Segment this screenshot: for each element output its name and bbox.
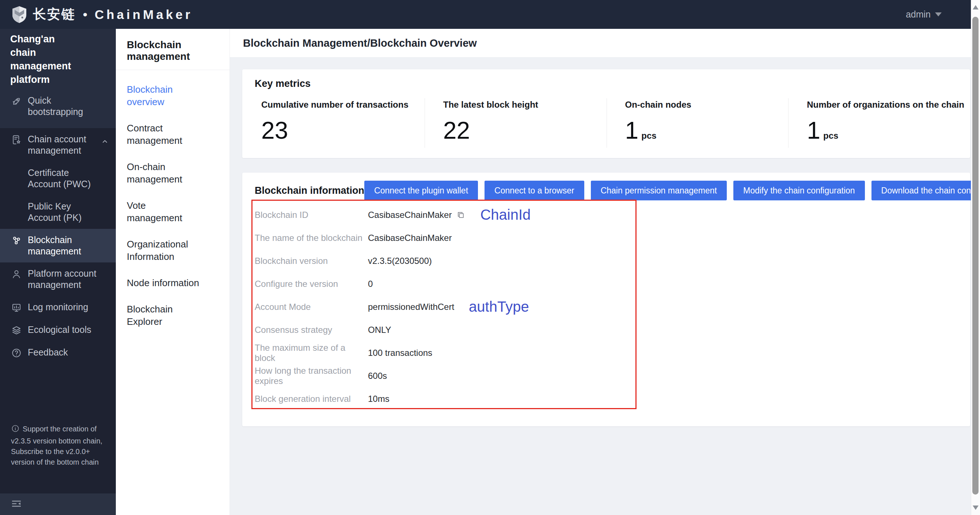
metric-cumulative-transactions: Cumulative number of transactions 23 — [242, 98, 425, 148]
authtype-annotation: authType — [469, 299, 529, 315]
subnav-item-on-chain-management[interactable]: On-chain management — [127, 161, 204, 185]
sidebar-item-chain-account-management[interactable]: Chain account management — [0, 128, 116, 162]
subnav-item-node-information[interactable]: Node information — [127, 277, 204, 289]
info-row-value: 0 — [368, 279, 373, 289]
info-row-label: The maximum size of a block — [255, 343, 368, 363]
info-row-value: permissionedWithCert — [368, 302, 454, 312]
sidebar-item-label: Log monitoring — [28, 301, 88, 313]
info-row-value: CasibaseChainMaker — [368, 233, 452, 243]
logo-text-cn: 长安链 — [33, 5, 76, 23]
metric-latest-block-height: The latest block height 22 — [425, 98, 606, 148]
primary-sidebar: Chang'an chain management platform Quick… — [0, 29, 116, 515]
blockchain-information-title: Blockchain information — [255, 185, 364, 196]
subnav-item-blockchain-explorer[interactable]: Blockchain Explorer — [127, 303, 204, 328]
chainmaker-shield-icon — [11, 5, 28, 24]
brand-logo: 长安链 • ChainMaker — [11, 5, 192, 24]
sidebar-top-section: Chang'an chain management platform Quick… — [0, 29, 116, 128]
sidebar-footnote-text: Support the creation of v2.3.5 version b… — [11, 425, 102, 466]
sidebar-item-label: Ecological tools — [28, 324, 91, 336]
sidebar-item-platform-account-management[interactable]: Platform account management — [0, 262, 116, 296]
sidebar-item-certificate-account-pwc[interactable]: Certificate Account (PWC) — [0, 162, 116, 195]
info-row-blockchain-version: Blockchain version v2.3.5(2030500) — [255, 249, 952, 272]
chevron-up-icon — [101, 136, 108, 148]
metric-organizations-on-chain: Number of organizations on the chain 1pc… — [788, 98, 970, 148]
info-row-value: CasibaseChainMaker — [368, 210, 452, 220]
info-icon — [11, 424, 20, 436]
connect-plugin-wallet-button[interactable]: Connect the plugin wallet — [364, 181, 478, 200]
sidebar-item-label: Quick bootstrapping — [28, 95, 97, 117]
info-row-value: v2.3.5(2030500) — [368, 256, 432, 266]
info-row-label: Block generation interval — [255, 394, 368, 404]
sidebar-item-blockchain-management[interactable]: Blockchain management — [0, 229, 116, 262]
key-metrics-title: Key metrics — [255, 78, 970, 89]
chain-permission-management-button[interactable]: Chain permission management — [591, 181, 727, 200]
logo-text-en: ChainMaker — [95, 7, 192, 22]
sidebar-footnote: Support the creation of v2.3.5 version b… — [11, 424, 107, 467]
metric-label: On-chain nodes — [625, 100, 785, 110]
info-row-transaction-expiry: How long the transaction expires 600s — [255, 364, 952, 387]
menu-fold-icon[interactable] — [11, 498, 22, 510]
sidebar-item-ecological-tools[interactable]: Ecological tools — [0, 319, 116, 341]
top-bar: 长安链 • ChainMaker admin — [0, 0, 980, 29]
subnav-title: Blockchain management — [116, 29, 229, 70]
rocket-icon — [11, 96, 22, 106]
person-icon — [11, 269, 22, 280]
blockchain-info-rows: Blockchain ID CasibaseChainMaker ChainId — [255, 203, 952, 410]
info-row-account-mode: Account Mode permissionedWithCert authTy… — [255, 295, 952, 318]
main-content: Blockchain Management/Blockchain Overvie… — [230, 29, 980, 515]
sidebar-item-public-key-account-pk[interactable]: Public Key Account (PK) — [0, 195, 116, 229]
sidebar-item-label: Blockchain management — [28, 235, 97, 257]
subnav-item-contract-management[interactable]: Contract management — [127, 122, 204, 147]
info-row-label: Blockchain ID — [255, 210, 368, 220]
connect-to-browser-button[interactable]: Connect to a browser — [485, 181, 584, 200]
metric-unit: pcs — [641, 131, 656, 141]
scrollbar-down-arrow[interactable] — [973, 505, 978, 510]
blockchain-information-header: Blockchain information Connect the plugi… — [255, 181, 952, 200]
secondary-sidebar: Blockchain management Blockchain overvie… — [116, 29, 230, 515]
sidebar-item-label: Public Key Account (PK) — [28, 201, 97, 223]
sidebar-item-feedback[interactable]: Feedback — [0, 341, 116, 364]
subnav-item-vote-management[interactable]: Vote management — [127, 199, 204, 224]
scrollbar-up-arrow[interactable] — [973, 5, 978, 10]
copy-icon[interactable] — [456, 210, 466, 220]
subnav-item-blockchain-overview[interactable]: Blockchain overview — [127, 83, 204, 108]
subnav-item-organizational-information[interactable]: Organizational Information — [127, 238, 204, 263]
metric-value: 1pcs — [807, 116, 966, 144]
action-buttons: Connect the plugin wallet Connect to a b… — [364, 181, 980, 200]
subnav-list: Blockchain overview Contract management … — [116, 70, 229, 328]
question-circle-icon — [11, 347, 22, 358]
logo-separator: • — [83, 7, 88, 22]
sidebar-item-label: Chain account management — [28, 133, 95, 156]
content-area: Key metrics Cumulative number of transac… — [230, 58, 980, 515]
metric-unit: pcs — [823, 131, 838, 141]
info-row-label: Blockchain version — [255, 256, 368, 266]
sidebar-item-quick-bootstrapping[interactable]: Quick bootstrapping — [0, 89, 116, 123]
info-row-value: 100 transactions — [368, 348, 432, 358]
info-row-blockchain-name: The name of the blockchain CasibaseChain… — [255, 226, 952, 249]
info-row-value: 10ms — [368, 394, 390, 404]
download-chain-configuration-button[interactable]: Download the chain configuration — [872, 181, 980, 200]
info-row-label: Configure the version — [255, 279, 368, 289]
page-scrollbar[interactable] — [971, 0, 980, 515]
user-name: admin — [906, 9, 931, 20]
chainid-annotation: ChainId — [480, 207, 531, 223]
metric-value: 22 — [443, 116, 603, 144]
metric-value: 1pcs — [625, 116, 785, 144]
metric-label: Number of organizations on the chain — [807, 100, 966, 110]
blockchain-information-card: Blockchain information Connect the plugi… — [242, 173, 970, 426]
info-row-max-block-size: The maximum size of a block 100 transact… — [255, 341, 952, 364]
scrollbar-thumb[interactable] — [972, 17, 978, 494]
info-row-blockchain-id: Blockchain ID CasibaseChainMaker ChainId — [255, 203, 952, 226]
info-row-block-interval: Block generation interval 10ms — [255, 387, 952, 410]
user-menu[interactable]: admin — [906, 0, 942, 29]
layers-icon — [11, 325, 22, 336]
blockchain-nodes-icon — [11, 235, 22, 246]
info-row-label: How long the transaction expires — [255, 366, 368, 386]
sidebar-item-label: Feedback — [28, 347, 68, 358]
metric-label: Cumulative number of transactions — [261, 100, 421, 110]
modify-chain-configuration-button[interactable]: Modify the chain configuration — [733, 181, 865, 200]
sidebar-item-label: Platform account management — [28, 268, 97, 290]
info-row-value: ONLY — [368, 325, 391, 335]
sidebar-item-log-monitoring[interactable]: Log monitoring — [0, 296, 116, 319]
info-row-consensus-strategy: Consensus strategy ONLY — [255, 318, 952, 341]
